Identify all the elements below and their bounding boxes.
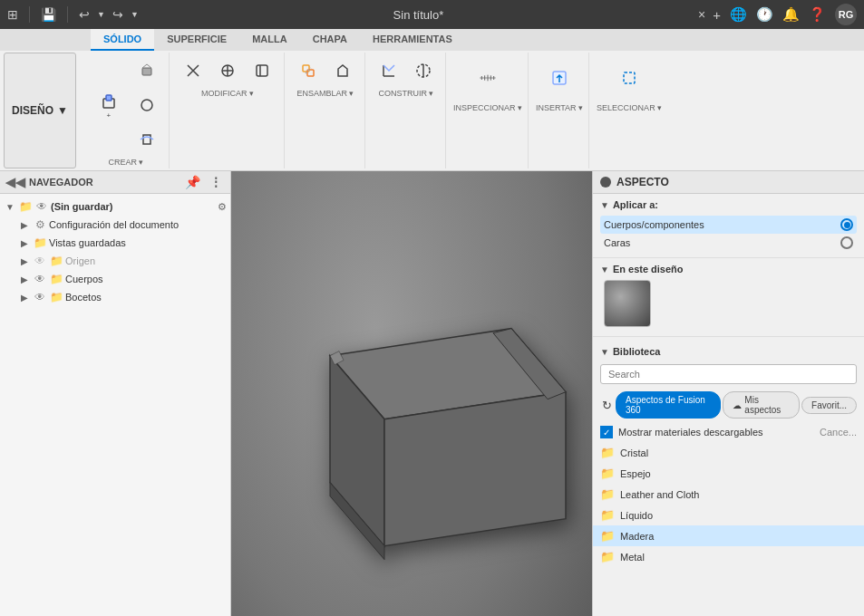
nav-bocetos-label: Bocetos	[65, 292, 102, 303]
nav-vis-origen[interactable]: 👁	[33, 255, 47, 267]
close-icon[interactable]: ×	[698, 7, 705, 22]
save-icon[interactable]: 💾	[41, 7, 56, 22]
svg-rect-1	[106, 95, 112, 101]
nav-expand-cuerpos[interactable]: ▶	[18, 274, 31, 284]
nav-item-bocetos[interactable]: ▶ 👁 📁 Bocetos	[0, 288, 230, 306]
nav-item-root[interactable]: ▼ 📁 👁 (Sin guardar) ⚙	[0, 197, 230, 216]
biblioteca-section: ▼ Biblioteca ↻ Aspectos de Fusion 360 ☁ …	[593, 337, 864, 573]
tab-herramientas[interactable]: HERRAMIENTAS	[360, 29, 465, 51]
inspeccionar-label: INSPECCIONAR ▾	[453, 103, 522, 112]
clock-icon[interactable]: 🕐	[756, 6, 773, 23]
ensamblar-btn2[interactable]	[326, 54, 359, 87]
refresh-btn[interactable]: ↻	[600, 397, 614, 414]
seleccionar-btn1[interactable]	[609, 54, 649, 101]
crear-box-btn[interactable]	[131, 54, 163, 87]
nav-expand-bocetos[interactable]: ▶	[18, 293, 31, 303]
modificar-btn3[interactable]	[246, 54, 278, 87]
nav-item-origen[interactable]: ▶ 👁 📁 Origen	[0, 252, 230, 270]
material-metal[interactable]: 📁 Metal	[593, 546, 864, 567]
nav-expand-config[interactable]: ▶	[18, 220, 31, 230]
navigator-title: NAVEGADOR	[29, 177, 179, 188]
navigator-more-btn[interactable]: ⋮	[207, 175, 225, 189]
crear-revolve-btn[interactable]	[131, 123, 163, 156]
nav-cuerpos-label: Cuerpos	[65, 274, 103, 284]
add-icon[interactable]: +	[713, 7, 721, 23]
material-espejo[interactable]: 📁 Espejo	[593, 463, 864, 484]
inspeccionar-btn1[interactable]	[468, 54, 508, 101]
globe-icon[interactable]: 🌐	[730, 6, 747, 23]
construir-btn1[interactable]	[373, 54, 405, 87]
material-madera[interactable]: 📁 Madera	[593, 525, 864, 546]
tab-fusion360[interactable]: Aspectos de Fusion 360	[616, 391, 721, 419]
navigator-pin-btn[interactable]: 📌	[182, 175, 203, 189]
redo-icon[interactable]: ↪	[112, 7, 123, 22]
material-liquido[interactable]: 📁 Líquido	[593, 505, 864, 525]
nav-expand-vistas[interactable]: ▶	[18, 238, 31, 248]
tab-solido[interactable]: SÓLIDO	[91, 29, 154, 51]
redo-dropdown-icon[interactable]: ▼	[131, 10, 139, 19]
aplicar-arrow: ▼	[600, 200, 609, 210]
tab-misaspectos[interactable]: ☁ Mis aspectos	[723, 391, 800, 419]
grid-menu-icon[interactable]: ⊞	[7, 7, 18, 22]
undo-icon[interactable]: ↩	[79, 7, 90, 22]
construir-btn2[interactable]	[407, 54, 440, 87]
material-espejo-label: Espejo	[620, 468, 651, 479]
tab-superficie[interactable]: SUPERFICIE	[154, 29, 239, 51]
insertar-btn1[interactable]	[539, 54, 579, 101]
apply-caras-radio[interactable]	[840, 236, 853, 249]
apply-cuerpos-row[interactable]: Cuerpos/componentes	[600, 216, 857, 234]
modificar-btn2[interactable]	[211, 54, 244, 87]
ribbon-group-construir: CONSTRUIR ▾	[367, 53, 446, 168]
aplicar-label: Aplicar a:	[613, 199, 658, 210]
search-input[interactable]	[600, 364, 857, 384]
undo-dropdown-icon[interactable]: ▼	[97, 10, 105, 19]
crear-extrude2-btn[interactable]	[131, 89, 163, 121]
bell-icon[interactable]: 🔔	[782, 6, 800, 23]
aplicar-header[interactable]: ▼ Aplicar a:	[600, 199, 857, 210]
ribbon-tabs: SÓLIDO SUPERFICIE MALLA CHAPA HERRAMIENT…	[0, 29, 864, 51]
apply-cuerpos-label: Cuerpos/componentes	[604, 219, 704, 230]
material-leather[interactable]: 📁 Leather and Cloth	[593, 484, 864, 505]
nav-item-config[interactable]: ▶ ⚙ Configuración del documento	[0, 216, 230, 234]
left-panel: ◀◀ NAVEGADOR 📌 ⋮ ▼ 📁 👁 (Sin guardar) ⚙ ▶…	[0, 171, 231, 616]
tab-chapa[interactable]: CHAPA	[300, 29, 360, 51]
avatar[interactable]: RG	[835, 4, 857, 25]
svg-line-8	[306, 68, 311, 73]
modificar-btn1[interactable]	[177, 54, 209, 87]
material-cristal[interactable]: 📁 Cristal	[593, 442, 864, 463]
show-downloadable-checkbox[interactable]	[600, 426, 613, 438]
crear-extruir-btn[interactable]: +	[89, 82, 129, 129]
nav-item-cuerpos[interactable]: ▶ 👁 📁 Cuerpos	[0, 270, 230, 288]
biblioteca-header[interactable]: ▼ Biblioteca	[593, 342, 864, 361]
separator	[29, 6, 30, 23]
nav-vis-cuerpos[interactable]: 👁	[33, 273, 47, 285]
folder-madera-icon: 📁	[600, 529, 615, 543]
nav-gear-icon: ⚙	[33, 218, 47, 231]
navigator-back-icon[interactable]: ◀◀	[5, 175, 25, 189]
ribbon-group-insertar: INSERTAR ▾	[530, 53, 589, 168]
nav-expand-root[interactable]: ▼	[4, 202, 16, 212]
apply-caras-row[interactable]: Caras	[600, 234, 857, 252]
nav-settings-icon[interactable]: ⚙	[218, 201, 227, 213]
viewport[interactable]: ⊹ ⟳ ✋ 🔍 ⊡ ⊞ ⊟	[231, 171, 592, 616]
nav-expand-origen[interactable]: ▶	[18, 256, 31, 266]
cancel-link[interactable]: Cance...	[820, 427, 857, 438]
design-section-header[interactable]: ▼ En este diseño	[600, 264, 857, 274]
material-preview[interactable]	[604, 280, 651, 327]
ensamblar-btn1[interactable]	[292, 54, 325, 87]
nav-folder-cuerpos-icon: 📁	[49, 273, 63, 285]
nav-item-vistas[interactable]: ▶ 📁 Vistas guardadas	[0, 234, 230, 252]
folder-liquido-icon: 📁	[600, 508, 615, 522]
help-icon[interactable]: ❓	[809, 6, 826, 23]
tab-favoritos[interactable]: Favorit...	[801, 397, 857, 414]
apply-cuerpos-radio[interactable]	[840, 218, 853, 231]
ribbon: SÓLIDO SUPERFICIE MALLA CHAPA HERRAMIENT…	[0, 29, 864, 171]
tab-malla[interactable]: MALLA	[239, 29, 300, 51]
document-title: Sin título*	[146, 8, 691, 22]
design-dropdown[interactable]: DISEÑO ▼	[4, 53, 76, 168]
inspeccionar-buttons	[468, 54, 508, 101]
nav-vis-root[interactable]: 👁	[34, 200, 49, 213]
folder-leather-icon: 📁	[600, 487, 615, 501]
material-leather-label: Leather and Cloth	[620, 489, 699, 500]
nav-vis-bocetos[interactable]: 👁	[33, 291, 47, 303]
